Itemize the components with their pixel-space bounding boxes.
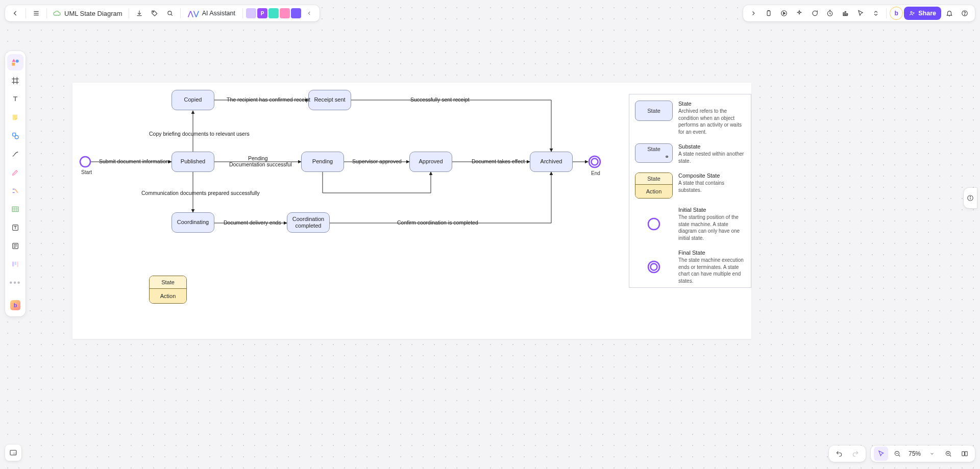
- state-receipt-sent[interactable]: Receipt sent: [308, 90, 351, 110]
- legend-row-final: Final State The state machine execution …: [634, 250, 746, 284]
- minimap-toggle-button[interactable]: [5, 445, 21, 461]
- zoom-level[interactable]: 75%: [906, 450, 923, 457]
- legend-row-substate: State ⚭ Substate A state nested within a…: [634, 143, 746, 164]
- initial-state-node[interactable]: [79, 156, 91, 168]
- connector-tool-button[interactable]: [7, 146, 23, 162]
- svg-rect-19: [13, 133, 16, 136]
- svg-line-40: [898, 455, 900, 456]
- ai-assistant-button[interactable]: ⋀⋁ AI Assistant: [184, 6, 239, 20]
- legend-title: Final State: [678, 250, 746, 256]
- collaborator-avatar[interactable]: [291, 8, 301, 18]
- legend-desc: The state machine execution ends or term…: [678, 257, 746, 284]
- brand-badge[interactable]: b: [890, 7, 903, 20]
- share-label: Share: [918, 10, 936, 17]
- svg-rect-31: [12, 262, 14, 266]
- svg-point-20: [15, 135, 18, 139]
- legend-title: Substate: [678, 143, 746, 150]
- kanban-tool-button[interactable]: [7, 256, 23, 273]
- legend-final-icon: [647, 260, 661, 274]
- collaborator-avatar[interactable]: [268, 8, 279, 18]
- legend-initial-icon: [647, 217, 661, 231]
- tag-button[interactable]: [148, 6, 162, 20]
- state-pending[interactable]: Pending: [301, 152, 344, 172]
- state-coord-done[interactable]: Coordination completed: [287, 212, 330, 233]
- text-tool-button[interactable]: [7, 91, 23, 107]
- back-button[interactable]: [8, 6, 22, 20]
- more-tools-button[interactable]: •••: [7, 275, 23, 291]
- svg-rect-6: [767, 11, 770, 15]
- svg-rect-47: [965, 452, 968, 456]
- edge-label: Communication documents prepared success…: [141, 190, 260, 196]
- initial-state-label: Start: [81, 169, 92, 175]
- share-button[interactable]: Share: [904, 7, 941, 20]
- undo-button[interactable]: [832, 447, 846, 461]
- substate-link-icon: ⚭: [665, 154, 669, 160]
- timer-button[interactable]: [823, 6, 837, 20]
- svg-point-15: [965, 14, 965, 15]
- svg-point-3: [153, 12, 153, 12]
- download-button[interactable]: [132, 6, 146, 20]
- search-button[interactable]: [163, 6, 177, 20]
- svg-rect-16: [12, 63, 15, 66]
- collaborator-avatar[interactable]: P: [257, 8, 267, 18]
- more-tools-button[interactable]: [869, 6, 883, 20]
- legend-row-initial: Initial State The starting position of t…: [634, 207, 746, 241]
- state-coordinating[interactable]: Coordinating: [172, 212, 214, 233]
- fit-view-button[interactable]: [958, 447, 972, 461]
- redo-button[interactable]: [848, 447, 863, 461]
- zoom-in-button[interactable]: [941, 447, 955, 461]
- comment-button[interactable]: [807, 6, 822, 20]
- state-archived[interactable]: Archived: [530, 152, 573, 172]
- legend-title: State: [678, 101, 746, 107]
- final-state-label: End: [591, 170, 600, 176]
- text-box-button[interactable]: [7, 219, 23, 236]
- cursor-tool-button[interactable]: [853, 6, 868, 20]
- help-button[interactable]: [958, 6, 972, 20]
- app-badge-button[interactable]: b: [7, 297, 23, 313]
- legend-title: Initial State: [678, 207, 746, 213]
- sparkle-button[interactable]: [792, 6, 806, 20]
- notifications-button[interactable]: [942, 6, 957, 20]
- analytics-button[interactable]: [838, 6, 852, 20]
- menu-button[interactable]: [29, 6, 43, 20]
- pointer-mode-button[interactable]: [874, 447, 888, 461]
- document-title[interactable]: UML State Diagram: [50, 6, 126, 20]
- svg-line-43: [949, 455, 951, 456]
- legend-desc: The starting position of the state machi…: [678, 214, 746, 241]
- bottom-right-toolbar: 75%: [829, 446, 975, 462]
- svg-rect-10: [843, 13, 844, 15]
- state-approved[interactable]: Approved: [409, 152, 452, 172]
- svg-point-18: [16, 60, 19, 63]
- zoom-menu-button[interactable]: [925, 447, 939, 461]
- shape-tool-button[interactable]: [7, 128, 23, 144]
- zoom-out-button[interactable]: [890, 447, 904, 461]
- table-tool-button[interactable]: [7, 201, 23, 217]
- state-published[interactable]: Published: [172, 152, 214, 172]
- flow-tool-button[interactable]: [7, 183, 23, 199]
- expand-left-button[interactable]: [746, 6, 761, 20]
- svg-point-59: [592, 159, 598, 165]
- list-tool-button[interactable]: [7, 238, 23, 254]
- svg-marker-8: [783, 12, 786, 15]
- info-panel-toggle[interactable]: [964, 188, 977, 208]
- play-button[interactable]: [777, 6, 791, 20]
- pen-tool-button[interactable]: [7, 164, 23, 181]
- collaborator-avatar[interactable]: [280, 8, 290, 18]
- collaborator-avatar[interactable]: [246, 8, 256, 18]
- final-state-node[interactable]: [588, 155, 601, 168]
- svg-rect-46: [962, 452, 965, 456]
- frame-tool-button[interactable]: [7, 72, 23, 89]
- legend-desc: Archived refers to the condition when an…: [678, 108, 746, 135]
- collapse-collaborators-button[interactable]: [302, 6, 316, 20]
- svg-rect-32: [15, 262, 16, 265]
- top-right-toolbar: b Share: [743, 5, 975, 21]
- svg-point-38: [970, 196, 970, 197]
- left-toolbar: ••• b: [5, 51, 26, 316]
- state-copied[interactable]: Copied: [172, 90, 214, 110]
- shapes-library-button[interactable]: [7, 54, 23, 70]
- clipboard-button[interactable]: [762, 6, 776, 20]
- sticky-note-button[interactable]: [7, 109, 23, 126]
- top-left-toolbar: UML State Diagram ⋀⋁ AI Assistant P: [5, 5, 320, 21]
- legend-panel[interactable]: State State Archived refers to the condi…: [629, 94, 751, 288]
- composite-state-example[interactable]: State Action: [149, 276, 187, 304]
